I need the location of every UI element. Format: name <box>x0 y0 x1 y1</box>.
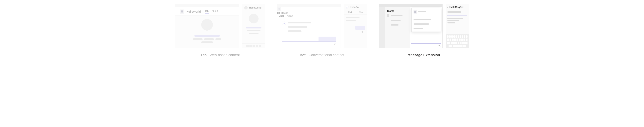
mobile-tabs: Chat More <box>344 10 367 14</box>
nav-item[interactable] <box>250 45 252 47</box>
user-message <box>355 26 365 30</box>
svg-rect-10 <box>414 12 415 12</box>
svg-rect-11 <box>415 12 416 12</box>
popup-line <box>414 19 431 20</box>
svg-rect-6 <box>278 9 279 10</box>
tab-item-tab[interactable]: Tab <box>205 10 208 14</box>
chat-body <box>277 18 340 48</box>
avatar-icon <box>244 6 248 10</box>
tab-mobile-mockup: HelloWorld <box>242 4 265 48</box>
team-icon <box>387 14 389 17</box>
mobile-navbar <box>242 43 265 48</box>
bot-desktop-mockup: HelloBot Chat About <box>277 4 341 48</box>
app-name: HelloBot <box>277 11 288 14</box>
me-desktop-mockup: Teams <box>379 4 442 48</box>
back-icon[interactable]: ‹ <box>448 6 448 9</box>
mobile-title: HelloWorld <box>249 6 262 9</box>
mobile-title: HelloMsgExt <box>450 6 464 8</box>
content-line <box>194 35 220 37</box>
mobile-header: ‹ HelloMsgExt <box>446 4 469 10</box>
app-icon <box>414 10 417 14</box>
mobile-chat-body <box>344 14 367 48</box>
tab-tabs: Tab About <box>205 10 218 14</box>
compose-box[interactable] <box>346 30 365 34</box>
result-line <box>448 20 459 21</box>
tab-mockups: HelloWorld Tab About <box>175 4 265 48</box>
svg-rect-0 <box>181 11 182 12</box>
compose-box[interactable] <box>282 42 336 46</box>
content-line <box>247 30 260 31</box>
tab-item-about[interactable]: About <box>287 14 293 18</box>
team-label <box>391 15 402 16</box>
nav-item[interactable] <box>259 45 261 47</box>
tab-desktop-mockup: HelloWorld Tab About <box>175 4 239 48</box>
window-titlebar <box>379 4 442 7</box>
popup-line <box>414 28 423 29</box>
svg-rect-3 <box>182 12 183 13</box>
message-line <box>288 30 302 32</box>
caption-message-extension: Message Extension <box>408 53 440 57</box>
svg-rect-5 <box>280 8 280 9</box>
content-line <box>246 27 262 28</box>
channel-label <box>391 20 400 21</box>
sidebar-item[interactable] <box>387 19 408 22</box>
search-placeholder[interactable] <box>448 11 461 13</box>
compose-box[interactable] <box>412 43 441 47</box>
sidebar-item[interactable] <box>387 14 408 17</box>
message-line <box>288 26 307 28</box>
diagram-container: HelloWorld Tab About <box>8 4 636 57</box>
avatar-placeholder <box>201 19 213 30</box>
tab-item-more[interactable]: More <box>356 10 367 14</box>
me-mobile-mockup: ‹ HelloMsgExt <box>446 4 469 48</box>
mobile-keyboard[interactable] <box>446 34 469 48</box>
bot-avatar-icon <box>282 21 286 25</box>
window-titlebar <box>175 4 239 7</box>
bot-mockups: HelloBot Chat About <box>277 4 367 48</box>
svg-rect-9 <box>415 11 416 12</box>
message-line <box>288 22 311 24</box>
bot-tabs: Chat About <box>279 14 340 18</box>
caption-rest: - Conversational chatbot <box>306 53 344 57</box>
section-message-extension: Teams <box>379 4 469 57</box>
send-icon[interactable] <box>361 30 364 33</box>
sidebar-item[interactable] <box>387 24 408 26</box>
message-extension-popup <box>412 8 441 32</box>
caption-bold: Tab <box>201 53 207 57</box>
app-rail <box>379 7 385 48</box>
svg-rect-4 <box>278 8 279 9</box>
content-line <box>249 33 258 34</box>
window-titlebar <box>277 4 340 7</box>
sidebar-title: Teams <box>387 10 408 12</box>
content-line <box>204 38 214 40</box>
bot-mobile-mockup: HelloBot Chat More <box>344 4 367 48</box>
app-icon <box>277 7 281 11</box>
caption-bold: Bot <box>300 53 306 57</box>
tab-item-chat[interactable]: Chat <box>279 14 284 18</box>
popup-title <box>418 11 426 12</box>
caption-rest: - Web-based content <box>206 53 240 57</box>
tab-item-about[interactable]: About <box>212 10 218 14</box>
nav-item[interactable] <box>252 45 255 47</box>
avatar-placeholder <box>249 14 258 24</box>
tab-header: HelloWorld Tab About <box>175 7 239 16</box>
tab-item-chat[interactable]: Chat <box>344 10 356 14</box>
content-line <box>201 42 213 43</box>
mobile-title: HelloBot <box>350 6 359 8</box>
channel-label <box>391 24 399 26</box>
bot-message <box>282 21 336 33</box>
nav-item[interactable] <box>246 45 249 47</box>
message-line <box>346 17 360 18</box>
result-line <box>448 22 455 24</box>
section-tab: HelloWorld Tab About <box>175 4 265 57</box>
tab-content <box>175 16 239 48</box>
chat-main <box>410 7 442 48</box>
mobile-content <box>242 12 265 43</box>
send-icon[interactable] <box>333 43 336 46</box>
nav-item[interactable] <box>256 45 258 47</box>
caption-bot: Bot - Conversational chatbot <box>300 53 344 57</box>
mobile-header: HelloWorld <box>242 4 265 12</box>
svg-rect-1 <box>182 11 183 12</box>
mobile-header: HelloBot <box>344 4 367 10</box>
svg-rect-8 <box>414 11 415 12</box>
send-icon[interactable] <box>438 44 441 47</box>
